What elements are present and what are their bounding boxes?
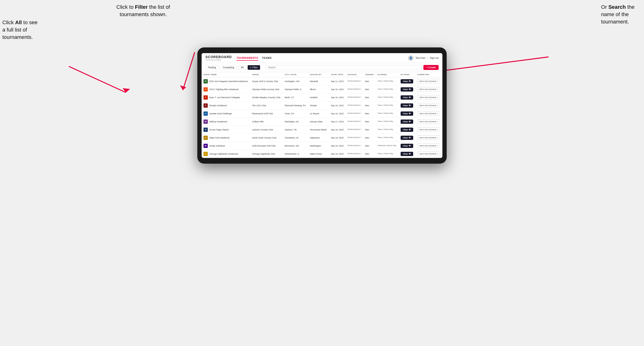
start-date-8: Sep 18, 2023	[329, 134, 346, 142]
add-schedule-button-10[interactable]: Add to My Schedule +	[417, 152, 440, 156]
event-name-9: Husky Individual	[209, 145, 225, 147]
view-button-4[interactable]: View 👁	[400, 103, 413, 108]
hosted-by-7: Tennessee-Martin	[308, 126, 329, 134]
team-logo-8: V	[204, 136, 208, 140]
user-info: Test User	[415, 57, 425, 59]
scoring-8: Team, Stroke Play	[378, 136, 396, 139]
add-schedule-button-3[interactable]: Add to My Schedule +	[417, 95, 440, 100]
col-city-state: CITY, STATE	[283, 72, 308, 77]
filter-button[interactable]: ≡ Filter	[248, 65, 260, 70]
col-gender: GENDER	[363, 72, 376, 77]
city-state-10: Westchester, IL	[283, 150, 308, 158]
view-button-1[interactable]: View 👁	[400, 79, 413, 83]
event-name-8: Valpo Fall Invitational	[209, 137, 230, 139]
eye-icon-5: 👁	[409, 112, 411, 115]
team-logo-6: W	[204, 120, 208, 124]
event-name-5: Upstate Dual Challenge	[209, 112, 232, 115]
table-container: EVENT NAME VENUE CITY, STATE HOSTED BY S…	[202, 72, 442, 158]
nav-tab-tournaments[interactable]: TOURNAMENTS	[236, 55, 258, 61]
add-schedule-label-9: Add to My Schedule +	[419, 145, 438, 147]
col-actions: ACTIONS	[399, 72, 415, 77]
view-button-10[interactable]: View 👁	[400, 152, 413, 156]
team-logo-5: U	[204, 111, 208, 116]
svg-marker-3	[180, 85, 186, 90]
gender-7: Men	[363, 126, 376, 134]
table-row: G Grover Page Classic Jackson Country Cl…	[202, 126, 442, 134]
col-competing: COMPETING	[415, 72, 442, 77]
add-schedule-label-10: Add to My Schedule +	[419, 153, 438, 155]
hosted-by-6: Kansas State	[308, 118, 329, 126]
svg-line-0	[69, 66, 126, 92]
col-scoring: SCORING	[376, 72, 398, 77]
add-schedule-label-8: Add to My Schedule +	[419, 137, 438, 139]
venue-10: Chicago Highlands Club	[250, 150, 282, 158]
event-name-cell-8: V Valpo Fall Invitational	[204, 136, 248, 140]
event-name-cell-2: I OFCC Fighting Illini Invitational	[204, 87, 248, 92]
eye-icon-4: 👁	[409, 104, 411, 107]
add-schedule-button-2[interactable]: Add to My Schedule +	[417, 87, 440, 92]
filter-icon: ≡	[250, 66, 252, 69]
team-logo-7: G	[204, 128, 208, 132]
logo-text: SCOREBOARD	[206, 55, 232, 59]
col-event-name: EVENT NAME	[202, 72, 250, 77]
event-name-7: Grover Page Classic	[209, 129, 229, 131]
divider: |	[428, 57, 428, 59]
view-label-3: View	[403, 96, 408, 99]
add-schedule-label-6: Add to My Schedule +	[419, 121, 438, 123]
scoring-5: Team, Stroke Play	[378, 112, 396, 115]
nav-tab-teams[interactable]: TEAMS	[262, 55, 272, 61]
city-state-8: Chesterton, IN	[283, 134, 308, 142]
col-venue: VENUE	[250, 72, 282, 77]
view-button-8[interactable]: View 👁	[400, 136, 413, 140]
city-state-9: Bremerton, WA	[283, 142, 308, 150]
view-button-6[interactable]: View 👁	[400, 120, 413, 124]
team-logo-9: W	[204, 144, 208, 148]
hosted-by-4: Temple	[308, 102, 329, 110]
team-logo-10: C	[204, 152, 208, 156]
tournaments-table: EVENT NAME VENUE CITY, STATE HOSTED BY S…	[202, 72, 442, 158]
table-row: V Valpo Fall Invitational Sand Creek Cou…	[202, 134, 442, 142]
eye-icon-2: 👁	[409, 88, 411, 91]
city-state-6: Manhattan, KS	[283, 118, 308, 126]
gender-9: Men	[363, 142, 376, 150]
view-label-4: View	[403, 104, 408, 107]
add-schedule-button-5[interactable]: Add to My Schedule +	[417, 111, 440, 116]
signout-link[interactable]: Sign out	[430, 57, 438, 59]
event-name-2: OFCC Fighting Illini Invitational	[209, 88, 239, 91]
hosted-by-3: Fairfield	[308, 93, 329, 102]
all-button[interactable]: All	[238, 65, 246, 70]
hosting-button[interactable]: Hosting	[206, 65, 219, 70]
user-avatar: 👤	[408, 55, 414, 61]
eye-icon-9: 👁	[409, 145, 411, 147]
create-button[interactable]: + Create	[424, 65, 438, 70]
table-row: C Chicago Highlands Invitational Chicago…	[202, 150, 442, 158]
hosted-by-10: Wake Forest	[308, 150, 329, 158]
view-button-7[interactable]: View 👁	[400, 128, 413, 132]
view-button-9[interactable]: View 👁	[400, 144, 413, 148]
venue-4: The 1912 Club	[250, 102, 282, 110]
start-date-9: Sep 18, 2023	[329, 142, 346, 150]
add-schedule-button-7[interactable]: Add to My Schedule +	[417, 127, 440, 132]
start-date-4: Sep 16, 2023	[329, 102, 346, 110]
event-name-1: 2023 Joe Feaganes Marshall Invitational	[209, 80, 248, 83]
view-button-5[interactable]: View 👁	[400, 111, 413, 116]
view-button-3[interactable]: View 👁	[400, 95, 413, 100]
add-schedule-button-6[interactable]: Add to My Schedule +	[417, 119, 440, 124]
competing-button[interactable]: Competing	[220, 65, 237, 70]
division-6: NCAA Division I	[348, 120, 361, 123]
add-schedule-button-8[interactable]: Add to My Schedule +	[417, 135, 440, 140]
filter-bar: Hosting Competing All ≡ Filter + Create	[202, 63, 442, 72]
add-schedule-button-4[interactable]: Add to My Schedule +	[417, 103, 440, 108]
add-schedule-label-5: Add to My Schedule +	[419, 112, 438, 115]
table-row: T Temple Invitational The 1912 Club Plym…	[202, 102, 442, 110]
view-button-2[interactable]: View 👁	[400, 87, 413, 92]
event-name-cell-4: T Temple Invitational	[204, 103, 248, 108]
page-wrapper: Click All to seea full list oftournament…	[0, 0, 644, 346]
division-5: NCAA Division I	[348, 112, 361, 115]
search-input[interactable]	[266, 65, 422, 70]
add-schedule-button-1[interactable]: Add to My Schedule +	[417, 79, 440, 83]
add-schedule-label-2: Add to My Schedule +	[419, 88, 438, 90]
add-schedule-label-3: Add to My Schedule +	[419, 96, 438, 98]
gender-1: Men	[363, 77, 376, 85]
add-schedule-button-9[interactable]: Add to My Schedule +	[417, 144, 440, 148]
